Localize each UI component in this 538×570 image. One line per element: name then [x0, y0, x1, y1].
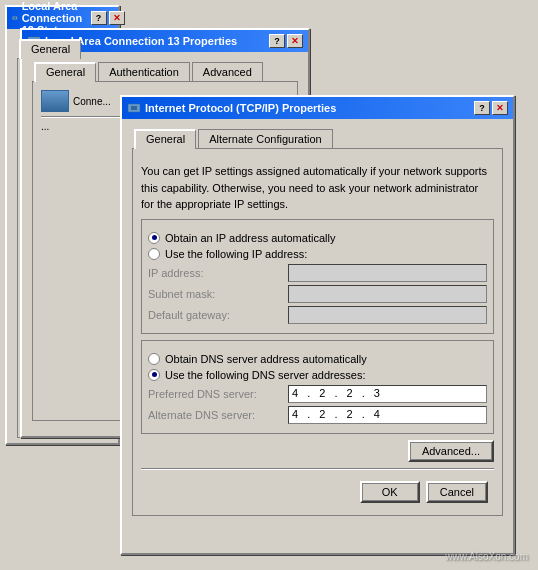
dns-auto-label: Obtain DNS server address automatically — [165, 353, 367, 365]
bottom-separator — [141, 468, 494, 469]
svg-rect-5 — [131, 106, 137, 110]
ip-section: Obtain an IP address automatically Use t… — [141, 219, 494, 334]
tcpip-titlebar: Internet Protocol (TCP/IP) Properties ? … — [122, 97, 513, 119]
cancel-button[interactable]: Cancel — [426, 481, 488, 503]
subnet-input[interactable] — [288, 285, 487, 303]
tcpip-tab-general[interactable]: General — [134, 129, 196, 149]
tcpip-window[interactable]: Internet Protocol (TCP/IP) Properties ? … — [120, 95, 515, 555]
ip-address-label: IP address: — [148, 267, 288, 279]
gateway-label: Default gateway: — [148, 309, 288, 321]
dns-auto-radio-row[interactable]: Obtain DNS server address automatically — [148, 353, 487, 365]
props-net-icon — [41, 90, 69, 112]
tcpip-help-button[interactable]: ? — [474, 101, 490, 115]
ip-manual-radio[interactable] — [148, 248, 160, 260]
subnet-label: Subnet mask: — [148, 288, 288, 300]
advanced-button[interactable]: Advanced... — [408, 440, 494, 462]
tcpip-close-button[interactable]: ✕ — [492, 101, 508, 115]
dns-manual-radio-row[interactable]: Use the following DNS server addresses: — [148, 369, 487, 381]
ip-address-input[interactable] — [288, 264, 487, 282]
ip-auto-label: Obtain an IP address automatically — [165, 232, 335, 244]
ip-auto-radio[interactable] — [148, 232, 160, 244]
ip-manual-radio-row[interactable]: Use the following IP address: — [148, 248, 487, 260]
ip-auto-radio-row[interactable]: Obtain an IP address automatically — [148, 232, 487, 244]
status-close-button[interactable]: ✕ — [109, 11, 125, 25]
svg-rect-1 — [14, 17, 16, 19]
props-close-button[interactable]: ✕ — [287, 34, 303, 48]
ok-button[interactable]: OK — [360, 481, 420, 503]
props-help-button[interactable]: ? — [269, 34, 285, 48]
subnet-row: Subnet mask: — [148, 285, 487, 303]
status-tab-general[interactable]: General — [19, 39, 81, 59]
ip-manual-label: Use the following IP address: — [165, 248, 307, 260]
alternate-dns-input[interactable]: 4 . 2 . 2 . 4 — [288, 406, 487, 424]
tcpip-info-text: You can get IP settings assigned automat… — [141, 163, 494, 213]
dns-manual-label: Use the following DNS server addresses: — [165, 369, 366, 381]
preferred-dns-row: Preferred DNS server: 4 . 2 . 2 . 3 — [148, 385, 487, 403]
dns-auto-radio[interactable] — [148, 353, 160, 365]
watermark: www.AlsoXon.com — [445, 551, 528, 562]
tcpip-title: Internet Protocol (TCP/IP) Properties — [145, 102, 336, 114]
status-titlebar: Local Area Connection 13 Status ? ✕ — [7, 7, 118, 29]
tcpip-tab-alternate[interactable]: Alternate Configuration — [198, 129, 333, 148]
status-titlebar-buttons: ? ✕ — [91, 11, 125, 25]
tcpip-titlebar-buttons: ? ✕ — [474, 101, 508, 115]
conn-text: Conne... — [73, 96, 111, 107]
status-help-button[interactable]: ? — [91, 11, 107, 25]
alternate-dns-row: Alternate DNS server: 4 . 2 . 2 . 4 — [148, 406, 487, 424]
gateway-input[interactable] — [288, 306, 487, 324]
props-tab-auth[interactable]: Authentication — [98, 62, 190, 81]
preferred-dns-label: Preferred DNS server: — [148, 388, 288, 400]
props-tab-general[interactable]: General — [34, 62, 96, 82]
props-titlebar-buttons: ? ✕ — [269, 34, 303, 48]
tcpip-icon — [127, 101, 141, 115]
dns-manual-radio[interactable] — [148, 369, 160, 381]
dns-section: Obtain DNS server address automatically … — [141, 340, 494, 434]
ip-address-row: IP address: — [148, 264, 487, 282]
preferred-dns-input[interactable]: 4 . 2 . 2 . 3 — [288, 385, 487, 403]
props-tab-advanced[interactable]: Advanced — [192, 62, 263, 81]
gateway-row: Default gateway: — [148, 306, 487, 324]
alternate-dns-label: Alternate DNS server: — [148, 409, 288, 421]
network-icon — [12, 11, 18, 25]
